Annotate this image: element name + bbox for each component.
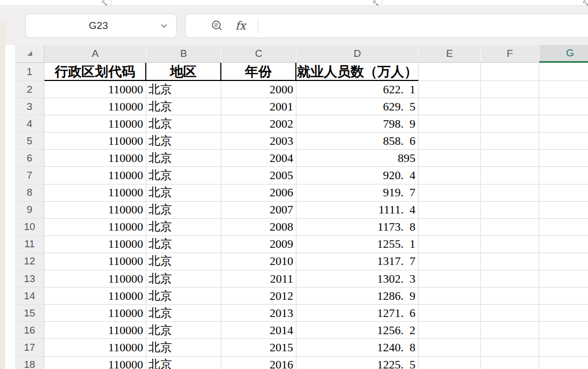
cell-D7[interactable]: 920. 4 (296, 167, 419, 184)
row-header-18[interactable]: 18 (15, 357, 44, 369)
cell-D12[interactable]: 1317. 7 (296, 253, 419, 270)
cell-A6[interactable]: 110000 (44, 150, 146, 167)
row-header-15[interactable]: 15 (15, 305, 44, 322)
cell-E12[interactable] (419, 253, 481, 270)
cell-D1[interactable]: 就业人员数（万人） (296, 63, 419, 81)
name-box[interactable]: G23 (25, 13, 177, 38)
cell-E13[interactable] (419, 270, 481, 287)
cell-B7[interactable]: 北京 (146, 167, 221, 184)
cell-E1[interactable] (419, 63, 481, 81)
cell-D2[interactable]: 622. 1 (296, 81, 419, 98)
cell-C7[interactable]: 2005 (221, 167, 296, 184)
cell-A8[interactable]: 110000 (44, 184, 146, 202)
cell-E7[interactable] (419, 167, 481, 184)
cell-B9[interactable]: 北京 (146, 202, 221, 219)
cell-D6[interactable]: 895 (296, 150, 419, 167)
row-header-11[interactable]: 11 (15, 236, 44, 253)
cell-G14[interactable] (539, 287, 588, 305)
cell-A5[interactable]: 110000 (44, 132, 146, 150)
cell-B12[interactable]: 北京 (146, 253, 221, 270)
cell-E18[interactable] (419, 357, 481, 369)
cell-B11[interactable]: 北京 (146, 236, 221, 253)
cell-A15[interactable]: 110000 (44, 305, 146, 322)
cell-F3[interactable] (481, 98, 539, 115)
cell-D13[interactable]: 1302. 3 (296, 270, 419, 287)
cell-C9[interactable]: 2007 (221, 202, 296, 219)
chevron-down-icon[interactable] (157, 24, 171, 28)
cell-E16[interactable] (419, 322, 481, 339)
cell-G18[interactable] (539, 357, 588, 369)
cell-B14[interactable]: 北京 (146, 287, 221, 305)
cell-B18[interactable]: 北京 (146, 357, 221, 369)
row-header-4[interactable]: 4 (15, 115, 44, 132)
cell-E2[interactable] (419, 81, 481, 98)
cell-G8[interactable] (539, 184, 588, 202)
cell-G11[interactable] (539, 236, 588, 253)
cell-B4[interactable]: 北京 (146, 115, 221, 132)
row-header-9[interactable]: 9 (15, 202, 44, 219)
cell-A17[interactable]: 110000 (44, 339, 146, 356)
cell-F12[interactable] (481, 253, 539, 270)
cell-F10[interactable] (481, 219, 539, 236)
cell-A7[interactable]: 110000 (44, 167, 146, 184)
cell-C12[interactable]: 2010 (221, 253, 296, 270)
cell-C4[interactable]: 2002 (221, 115, 296, 132)
cell-D4[interactable]: 798. 9 (296, 115, 419, 132)
cell-F5[interactable] (481, 132, 539, 150)
cell-E5[interactable] (419, 132, 481, 150)
cell-A4[interactable]: 110000 (44, 115, 146, 132)
cell-D9[interactable]: 1111. 4 (296, 202, 419, 219)
row-header-3[interactable]: 3 (15, 98, 44, 115)
cell-A10[interactable]: 110000 (44, 219, 146, 236)
cell-D5[interactable]: 858. 6 (296, 132, 419, 150)
cell-A3[interactable]: 110000 (44, 98, 146, 115)
dialog-launcher-icon[interactable] (101, 0, 108, 5)
cell-F13[interactable] (481, 270, 539, 287)
cell-G12[interactable] (539, 253, 588, 270)
column-header-A[interactable]: A (44, 45, 146, 63)
cell-B8[interactable]: 北京 (146, 184, 221, 202)
cell-F15[interactable] (481, 305, 539, 322)
row-header-13[interactable]: 13 (15, 270, 44, 287)
cell-F11[interactable] (481, 236, 539, 253)
cell-C14[interactable]: 2012 (221, 287, 296, 305)
column-header-D[interactable]: D (296, 45, 419, 63)
cell-G13[interactable] (539, 270, 588, 287)
cell-F18[interactable] (481, 357, 539, 369)
cell-A2[interactable]: 110000 (44, 81, 146, 98)
dialog-launcher-icon[interactable] (373, 0, 379, 5)
row-header-1[interactable]: 1 (15, 63, 44, 81)
cell-G9[interactable] (539, 202, 588, 219)
cell-F17[interactable] (481, 339, 539, 356)
cell-F6[interactable] (481, 150, 539, 167)
cell-F16[interactable] (481, 322, 539, 339)
cell-D3[interactable]: 629. 5 (296, 98, 419, 115)
cell-G1[interactable] (539, 63, 588, 81)
column-header-C[interactable]: C (221, 45, 296, 63)
cell-F8[interactable] (481, 184, 539, 202)
cell-C18[interactable]: 2016 (221, 357, 296, 369)
cell-C6[interactable]: 2004 (221, 150, 296, 167)
cell-B17[interactable]: 北京 (146, 339, 221, 356)
cell-D10[interactable]: 1173. 8 (296, 219, 419, 236)
cell-F4[interactable] (481, 115, 539, 132)
row-header-6[interactable]: 6 (15, 150, 44, 167)
cell-D17[interactable]: 1240. 8 (296, 339, 419, 356)
cell-C2[interactable]: 2000 (221, 81, 296, 98)
cell-C16[interactable]: 2014 (221, 322, 296, 339)
cell-E15[interactable] (419, 305, 481, 322)
cell-E9[interactable] (419, 202, 481, 219)
cell-G6[interactable] (539, 150, 588, 167)
cell-A18[interactable]: 110000 (44, 357, 146, 369)
cell-B5[interactable]: 北京 (146, 132, 221, 150)
row-header-17[interactable]: 17 (15, 339, 44, 356)
cell-F7[interactable] (481, 167, 539, 184)
cell-F9[interactable] (481, 202, 539, 219)
cell-E6[interactable] (419, 150, 481, 167)
cell-D11[interactable]: 1255. 1 (296, 236, 419, 253)
cell-C15[interactable]: 2013 (221, 305, 296, 322)
cell-C13[interactable]: 2011 (221, 270, 296, 287)
column-header-B[interactable]: B (146, 45, 221, 63)
row-header-16[interactable]: 16 (15, 322, 44, 339)
cell-C10[interactable]: 2008 (221, 219, 296, 236)
